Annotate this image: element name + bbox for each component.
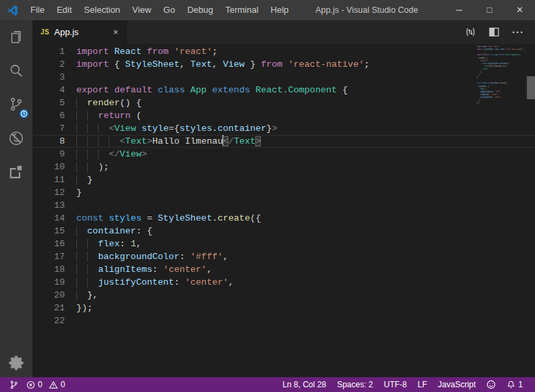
code-line-22 (477, 105, 526, 107)
source-control-icon[interactable] (0, 88, 32, 121)
editor-group: JS App.js × ··· 1import React from 'reac… (32, 20, 535, 377)
code-line-18: 18 alignItems: 'center', (32, 263, 535, 276)
vertical-scrollbar[interactable] (526, 44, 535, 377)
line-number: 21 (32, 302, 65, 314)
tab-appjs[interactable]: JS App.js × (32, 20, 127, 44)
indent-guide (87, 123, 98, 134)
line-content[interactable]: </View> (65, 148, 535, 161)
language-mode-button[interactable]: JavaScript (432, 380, 481, 389)
smiley-icon (486, 380, 496, 389)
code-line-12: 12} (32, 186, 535, 199)
line-content[interactable]: }); (65, 302, 535, 314)
code-line-3: 3 (32, 71, 535, 84)
line-content[interactable]: ); (65, 161, 535, 173)
line-number: 5 (32, 96, 65, 109)
sync-changes-icon[interactable] (465, 26, 476, 38)
encoding-button[interactable]: UTF-8 (378, 380, 412, 389)
split-editor-icon[interactable] (488, 26, 500, 38)
explorer-icon[interactable] (0, 20, 32, 54)
indent-guide (87, 264, 98, 275)
notifications-button[interactable]: 1 (501, 380, 528, 389)
indent-guide (87, 149, 98, 159)
warning-count: 0 (61, 380, 66, 389)
indent-guide (109, 136, 120, 146)
close-window-button[interactable]: ✕ (505, 0, 535, 20)
indent-guide (87, 136, 98, 146)
code-line-9: 9 </View> (32, 148, 535, 161)
menu-terminal[interactable]: Terminal (219, 0, 264, 20)
git-branch-button[interactable] (5, 377, 22, 392)
line-content[interactable]: <Text>Hallo Ilmenau</Text> (65, 135, 535, 148)
notification-count: 1 (518, 380, 523, 389)
line-content[interactable]: const styles = StyleSheet.create({ (65, 212, 535, 225)
errors-icon (26, 381, 35, 389)
code-line-6: 6 return ( (32, 109, 535, 122)
menu-view[interactable]: View (126, 0, 157, 20)
indent-guide (76, 226, 87, 236)
title-bar: FileEditSelectionViewGoDebugTerminalHelp… (0, 0, 535, 20)
menu-selection[interactable]: Selection (78, 0, 126, 20)
line-content[interactable]: render() { (65, 96, 535, 109)
feedback-button[interactable] (481, 380, 501, 389)
git-branch-icon (9, 380, 18, 389)
tab-close-icon[interactable]: × (111, 27, 120, 37)
indent-guide (98, 136, 109, 146)
code-editor[interactable]: 1import React from 'react';2import { Sty… (32, 44, 535, 377)
line-number: 7 (32, 122, 65, 135)
debug-icon[interactable] (0, 121, 32, 155)
code-line-2: 2import { StyleSheet, Text, View } from … (32, 58, 535, 71)
line-content[interactable] (65, 314, 535, 327)
code-line-13: 13 (32, 199, 535, 212)
indent-guide (76, 277, 87, 287)
line-content[interactable] (65, 199, 535, 212)
cursor-position-button[interactable]: Ln 8, Col 28 (277, 380, 332, 389)
indent-guide (76, 252, 87, 262)
line-number: 4 (32, 84, 65, 96)
editor-actions: ··· (465, 20, 535, 44)
search-icon[interactable] (0, 54, 32, 88)
menu-file[interactable]: File (24, 0, 51, 20)
problems-button[interactable]: 0 0 (22, 377, 69, 392)
code-line-5: 5 render() { (32, 96, 535, 109)
line-content[interactable]: } (65, 186, 535, 199)
menu-go[interactable]: Go (157, 0, 181, 20)
menu-debug[interactable]: Debug (181, 0, 219, 20)
line-number: 22 (32, 314, 65, 327)
menu-help[interactable]: Help (265, 0, 295, 20)
line-number: 11 (32, 173, 65, 186)
line-content[interactable]: justifyContent: 'center', (65, 276, 535, 289)
indent-guide (76, 98, 87, 108)
indent-guide (98, 123, 109, 134)
line-content[interactable] (65, 71, 535, 84)
minimap[interactable]: import React from 'react';import { Style… (477, 45, 526, 113)
line-content[interactable]: }, (65, 289, 535, 302)
line-content[interactable]: } (65, 173, 535, 186)
eol-button[interactable]: LF (412, 380, 432, 389)
line-content[interactable]: import React from 'react'; (65, 45, 535, 58)
warnings-icon (49, 381, 58, 389)
code-line-11: 11 } (32, 173, 535, 186)
indent-guide (76, 264, 87, 275)
scrollbar-handle[interactable] (527, 76, 535, 99)
line-content[interactable]: backgroundColor: '#fff', (65, 250, 535, 263)
settings-gear-icon[interactable] (0, 347, 32, 377)
line-content[interactable]: flex: 1, (65, 237, 535, 250)
indent-guide (76, 175, 87, 185)
maximize-button[interactable]: □ (474, 0, 505, 20)
line-number: 3 (32, 71, 65, 84)
line-content[interactable]: return ( (65, 109, 535, 122)
indentation-button[interactable]: Spaces: 2 (332, 380, 378, 389)
line-content[interactable]: export default class App extends React.C… (65, 84, 535, 96)
minimize-button[interactable]: ─ (444, 0, 474, 20)
extensions-icon[interactable] (0, 155, 32, 189)
line-number: 16 (32, 237, 65, 250)
line-number: 9 (32, 148, 65, 161)
line-number: 13 (32, 199, 65, 212)
more-actions-icon[interactable]: ··· (512, 26, 524, 38)
menu-edit[interactable]: Edit (51, 0, 78, 20)
line-content[interactable]: import { StyleSheet, Text, View } from '… (65, 58, 535, 71)
line-content[interactable]: container: { (65, 225, 535, 237)
line-content[interactable]: <View style={styles.container}> (65, 122, 535, 135)
line-content[interactable]: alignItems: 'center', (65, 263, 535, 276)
indent-guide (76, 149, 87, 159)
